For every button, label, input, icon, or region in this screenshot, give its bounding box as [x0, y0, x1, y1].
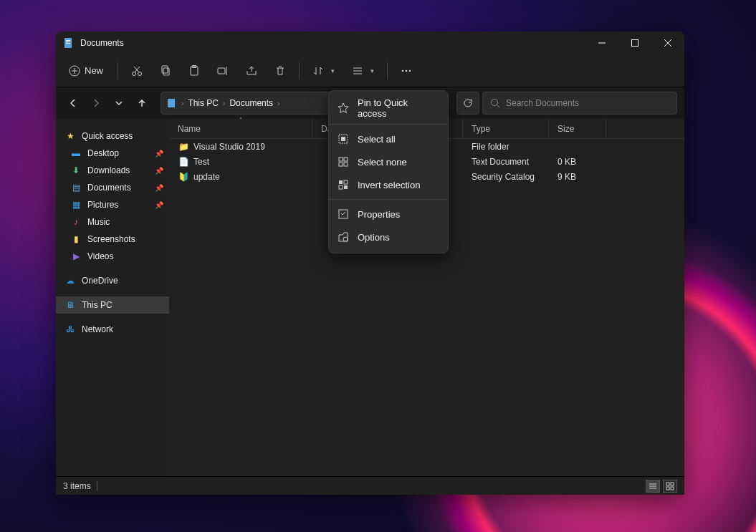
svg-rect-19	[218, 68, 225, 74]
sidebar-item-downloads[interactable]: ⬇Downloads📌	[56, 162, 169, 179]
search-icon	[490, 98, 500, 108]
new-label: New	[85, 65, 103, 76]
svg-rect-38	[341, 137, 345, 141]
star-outline-icon	[338, 102, 349, 114]
sidebar-item-screenshots[interactable]: ▮Screenshots	[56, 231, 169, 248]
search-box[interactable]	[482, 92, 677, 115]
invert-selection-icon	[338, 179, 349, 190]
svg-rect-40	[344, 158, 348, 161]
column-size[interactable]: Size	[549, 119, 606, 138]
recent-button[interactable]	[109, 93, 129, 113]
pictures-icon: ▦	[70, 199, 82, 211]
svg-rect-42	[344, 163, 348, 166]
sidebar-item-pictures[interactable]: ▦Pictures📌	[56, 196, 169, 213]
forward-button[interactable]	[86, 93, 106, 113]
copy-button[interactable]	[153, 58, 178, 84]
menu-select-none[interactable]: Select none	[329, 150, 448, 173]
sidebar-item-videos[interactable]: ▶Videos	[56, 248, 169, 265]
view-icon	[352, 65, 363, 77]
svg-point-25	[406, 69, 408, 72]
view-button[interactable]: ▾	[345, 58, 381, 84]
chevron-right-icon: ›	[181, 100, 183, 107]
pc-icon: 🖥	[64, 299, 76, 311]
pin-icon: 📌	[155, 184, 163, 192]
svg-line-14	[134, 67, 139, 72]
sidebar-item-desktop[interactable]: ▬Desktop📌	[56, 145, 169, 162]
chevron-right-icon: ›	[223, 100, 225, 107]
delete-button[interactable]	[267, 58, 293, 84]
options-icon	[338, 231, 349, 243]
sidebar-item-this-pc[interactable]: 🖥This PC	[56, 296, 169, 314]
svg-rect-41	[339, 163, 343, 166]
paste-button[interactable]	[181, 58, 207, 84]
svg-rect-46	[344, 185, 348, 189]
sidebar-item-music[interactable]: ♪Music	[56, 213, 169, 231]
chevron-right-icon: ›	[277, 100, 279, 107]
rename-button[interactable]	[210, 58, 236, 84]
svg-rect-33	[666, 483, 669, 485]
menu-select-all[interactable]: Select all	[329, 127, 448, 150]
new-button[interactable]: New	[60, 58, 112, 84]
svg-rect-2	[66, 42, 70, 42]
share-icon	[246, 65, 257, 77]
sort-icon	[312, 65, 324, 77]
titlebar: Documents	[56, 32, 684, 54]
refresh-button[interactable]	[456, 92, 479, 115]
details-view-button[interactable]	[646, 480, 660, 493]
breadcrumb[interactable]: Documents	[229, 98, 273, 108]
back-button[interactable]	[63, 93, 83, 113]
pin-icon: 📌	[155, 167, 163, 175]
svg-point-12	[138, 72, 142, 75]
folder-icon: ▮	[70, 233, 82, 245]
sort-button[interactable]: ▾	[305, 58, 342, 84]
svg-line-13	[135, 67, 140, 72]
menu-invert-selection[interactable]: Invert selection	[329, 173, 448, 196]
search-input[interactable]	[506, 98, 669, 108]
sidebar-item-network[interactable]: 🖧Network	[56, 321, 169, 338]
sidebar-item-quick-access[interactable]: ★ Quick access	[56, 127, 169, 145]
trash-icon	[274, 65, 286, 77]
status-text: 3 items	[63, 481, 91, 491]
sidebar: ★ Quick access ▬Desktop📌 ⬇Downloads📌 ▤Do…	[56, 119, 169, 476]
more-button[interactable]	[393, 58, 419, 84]
download-icon: ⬇	[70, 165, 82, 176]
column-name[interactable]: Name˄	[169, 119, 312, 138]
svg-point-48	[343, 237, 348, 241]
menu-properties[interactable]: Properties	[329, 203, 448, 226]
up-button[interactable]	[132, 93, 152, 113]
cloud-icon: ☁	[64, 275, 76, 286]
minimize-button[interactable]	[585, 32, 618, 54]
sidebar-item-onedrive[interactable]: ☁OneDrive	[56, 272, 169, 289]
column-type[interactable]: Type	[463, 119, 549, 138]
file-explorer-window: Documents New ▾ ▾ › This PC ›	[56, 32, 684, 495]
music-icon: ♪	[70, 216, 82, 228]
svg-rect-35	[666, 487, 669, 490]
breadcrumb[interactable]: This PC	[188, 98, 219, 108]
svg-rect-36	[671, 487, 674, 490]
close-button[interactable]	[651, 32, 684, 54]
select-all-icon	[338, 133, 349, 145]
cut-button[interactable]	[124, 58, 150, 84]
menu-pin-quick-access[interactable]: Pin to Quick access	[329, 95, 448, 121]
plus-circle-icon	[69, 65, 80, 77]
status-bar: 3 items	[56, 476, 684, 495]
chevron-down-icon: ▾	[331, 67, 335, 74]
thumbnails-view-button[interactable]	[663, 480, 677, 493]
more-menu: Pin to Quick access Select all Select no…	[328, 90, 449, 253]
select-none-icon	[338, 156, 349, 168]
ellipsis-icon	[401, 65, 412, 77]
certificate-icon: 🔰	[178, 171, 189, 183]
maximize-button[interactable]	[618, 32, 651, 54]
text-file-icon: 📄	[178, 156, 189, 168]
folder-icon: 📁	[178, 141, 189, 153]
chevron-down-icon: ▾	[370, 67, 374, 74]
videos-icon: ▶	[70, 251, 82, 262]
menu-options[interactable]: Options	[329, 226, 448, 248]
svg-rect-1	[66, 40, 70, 41]
svg-rect-3	[66, 43, 70, 44]
share-button[interactable]	[239, 58, 264, 84]
window-title: Documents	[80, 38, 585, 48]
sort-asc-icon: ˄	[239, 117, 242, 123]
svg-rect-16	[163, 68, 169, 75]
sidebar-item-documents[interactable]: ▤Documents📌	[56, 179, 169, 196]
